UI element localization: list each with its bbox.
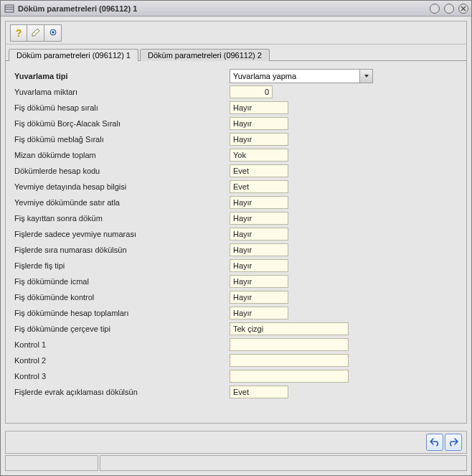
field-label: Yevmiye detayında hesap bilgisi <box>14 182 230 191</box>
form-row: Kontrol 2 <box>14 353 458 368</box>
form-row: Fişlerde evrak açıklaması dökülsünEvet <box>14 384 458 400</box>
field-value[interactable]: Hayır <box>230 196 288 209</box>
field-label: Fiş dökümünde hesap toplamları <box>14 309 230 317</box>
form-row: Fişlerde sıra numarası dökülsünHayır <box>14 242 458 258</box>
undo-icon <box>429 437 440 448</box>
form-row: Yevmiye detayında hesap bilgisiEvet <box>14 179 458 195</box>
redo-icon <box>448 437 459 448</box>
field-value[interactable]: Evet <box>230 180 288 193</box>
statusbar <box>5 455 467 471</box>
field-label: Mizan dökümde toplam <box>14 151 230 159</box>
titlebar[interactable]: Döküm parametreleri (096112) 1 <box>1 1 471 17</box>
form-row: Fiş dökümünde hesap toplamlarıHayır <box>14 305 458 321</box>
form-row: Fiş dökümü meblağ SıralıHayır <box>14 131 458 147</box>
svg-rect-0 <box>5 5 14 12</box>
action-bar <box>5 431 467 454</box>
window: Döküm parametreleri (096112) 1 ? <box>0 0 472 476</box>
label-yuvarlama-tipi: Yuvarlama tipi <box>14 72 230 80</box>
field-label: Kontrol 3 <box>14 372 230 381</box>
pencil-icon <box>31 27 41 39</box>
select-value: Yuvarlama yapma <box>230 72 359 80</box>
help-icon: ? <box>16 27 22 39</box>
field-value[interactable] <box>230 354 349 367</box>
undo-button[interactable] <box>426 434 443 451</box>
chevron-down-icon <box>359 70 372 83</box>
footer-area <box>1 428 471 475</box>
close-button[interactable] <box>458 4 468 14</box>
form-row: Fiş dökümü hesap sıralıHayır <box>14 100 458 116</box>
field-value[interactable]: Hayır <box>230 133 288 146</box>
field-value[interactable]: Hayır <box>230 307 288 319</box>
field-value[interactable]: Evet <box>230 164 288 177</box>
field-value[interactable]: Hayır <box>230 243 288 256</box>
field-label: Fiş dökümünde icmal <box>14 277 230 286</box>
field-value[interactable]: Evet <box>230 386 288 398</box>
content-wrap: ? Döküm parametreleri (096112) 1 Döküm p… <box>1 17 471 428</box>
status-cell-2 <box>100 455 467 471</box>
form-row: Fiş dökümünde çerçeve tipiTek çizgi <box>14 321 458 337</box>
form-row: Fiş dökümü Borç-Alacak SıralıHayır <box>14 116 458 131</box>
help-button[interactable]: ? <box>10 24 27 42</box>
minimize-button[interactable] <box>430 4 440 14</box>
field-label: Fiş dökümü hesap sıralı <box>14 103 230 112</box>
field-value[interactable]: Yok <box>230 149 288 162</box>
form-row: Mizan dökümde toplamYok <box>14 147 458 163</box>
status-cell-1 <box>5 455 98 471</box>
field-label: Fiş dökümü Borç-Alacak Sıralı <box>14 119 230 128</box>
field-label: Fiş dökümü meblağ Sıralı <box>14 135 230 144</box>
redo-button[interactable] <box>445 434 462 451</box>
window-title: Döküm parametreleri (096112) 1 <box>18 4 430 13</box>
form-row: Fiş kayıttan sonra dökümHayır <box>14 210 458 226</box>
field-label: Dökümlerde hesap kodu <box>14 167 230 175</box>
field-label: Fişlerde sıra numarası dökülsün <box>14 246 230 254</box>
field-label: Kontrol 1 <box>14 340 230 349</box>
settings-button[interactable] <box>44 24 62 42</box>
select-yuvarlama-tipi[interactable]: Yuvarlama yapma <box>230 69 373 83</box>
field-label: Fiş dökümünde çerçeve tipi <box>14 325 230 333</box>
field-value[interactable] <box>230 370 349 383</box>
toolbar: ? <box>6 22 466 45</box>
field-value[interactable]: Hayır <box>230 101 288 114</box>
field-value[interactable]: Tek çizgi <box>230 322 349 335</box>
tab-2[interactable]: Döküm parametreleri (096112) 2 <box>140 49 270 61</box>
field-label: Fişlerde evrak açıklaması dökülsün <box>14 388 230 396</box>
form-row: Yevmiye dökümünde satır atlaHayır <box>14 195 458 210</box>
field-label: Fişlerde sadece yevmiye numarası <box>14 230 230 238</box>
gear-icon <box>48 27 58 39</box>
form-row: Fişlerde fiş tipiHayır <box>14 258 458 274</box>
form-row: Fişlerde sadece yevmiye numarasıHayır <box>14 226 458 242</box>
field-label: Yevmiye dökümünde satır atla <box>14 198 230 207</box>
window-controls <box>430 4 468 14</box>
maximize-button[interactable] <box>444 4 454 14</box>
field-value[interactable] <box>230 338 349 351</box>
form-panel: Yuvarlama tipi Yuvarlama yapma Yuvarlama… <box>6 60 466 423</box>
form-row: Fiş dökümünde kontrolHayır <box>14 289 458 305</box>
field-value[interactable]: Hayır <box>230 228 288 241</box>
form-row: Yuvarlama miktarı0 <box>14 84 458 100</box>
field-value[interactable]: Hayır <box>230 291 288 304</box>
field-value[interactable]: Hayır <box>230 275 288 288</box>
field-value[interactable]: Hayır <box>230 212 288 225</box>
form-row: Fiş dökümünde icmalHayır <box>14 274 458 289</box>
tabbar: Döküm parametreleri (096112) 1 Döküm par… <box>6 45 466 60</box>
app-icon <box>4 3 15 14</box>
tab-1[interactable]: Döküm parametreleri (096112) 1 <box>9 49 138 61</box>
edit-button[interactable] <box>27 24 44 42</box>
svg-point-6 <box>52 31 54 33</box>
form-row: Kontrol 1 <box>14 337 458 353</box>
field-value[interactable]: 0 <box>230 85 273 98</box>
field-label: Kontrol 2 <box>14 356 230 365</box>
field-value[interactable]: Hayır <box>230 259 288 272</box>
field-label: Fiş kayıttan sonra döküm <box>14 214 230 223</box>
field-label: Fiş dökümünde kontrol <box>14 293 230 302</box>
field-value[interactable]: Hayır <box>230 117 288 130</box>
field-label: Yuvarlama miktarı <box>14 88 230 96</box>
form-row: Dökümlerde hesap koduEvet <box>14 163 458 179</box>
form-row: Kontrol 3 <box>14 368 458 384</box>
field-label: Fişlerde fiş tipi <box>14 261 230 270</box>
row-yuvarlama-tipi: Yuvarlama tipi Yuvarlama yapma <box>14 68 458 84</box>
inner-frame: ? Döküm parametreleri (096112) 1 Döküm p… <box>5 21 467 424</box>
